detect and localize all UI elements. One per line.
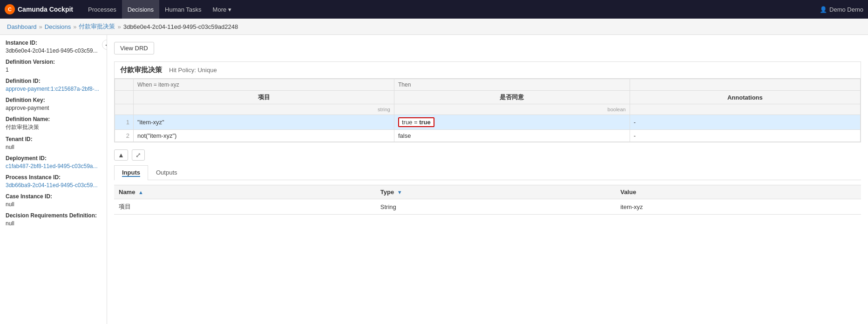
sidebar-value-deployment-id[interactable]: c1fab487-2bf8-11ed-9495-c03c59a...	[6, 163, 97, 169]
sidebar-label-definition-id: Definition ID:	[6, 78, 101, 84]
sidebar-value-tenant-id: null	[6, 144, 14, 150]
sidebar-value-definition-id[interactable]: approve-payment:1:c215687a-2bf8-...	[6, 86, 99, 92]
sidebar-value-definition-key: approve-payment	[6, 105, 49, 111]
content-area: View DRD 付款审批决策 Hit Policy: Unique When …	[107, 35, 868, 324]
sidebar-value-instance-id: 3db6e0e4-2c04-11ed-9495-c03c59...	[6, 47, 97, 54]
user-menu[interactable]: 👤 Demo Demo	[820, 6, 863, 13]
sidebar-value-process-instance-id[interactable]: 3db66ba9-2c04-11ed-9495-c03c59...	[6, 182, 97, 189]
brand-name: Camunda Cockpit	[18, 6, 73, 13]
dmn-th-when: When = item-xyz	[134, 79, 394, 91]
sidebar-label-decision-req-def: Decision Requirements Definition:	[6, 212, 101, 219]
hit-policy-value: Unique	[197, 67, 217, 74]
sidebar-label-process-instance-id: Process Instance ID:	[6, 174, 101, 181]
sidebar-field-instance-id: Instance ID: 3db6e0e4-2c04-11ed-9495-c03…	[6, 40, 101, 54]
io-tabs: Inputs Outputs	[114, 165, 861, 180]
sidebar-field-case-instance-id: Case Instance ID: null	[6, 193, 101, 208]
name-sort-arrow[interactable]: ▲	[138, 189, 143, 195]
top-navigation: C Camunda Cockpit Processes Decisions Hu…	[0, 0, 868, 19]
dmn-table-body: 1"item-xyz"true = true-2not("item-xyz")f…	[115, 115, 861, 142]
dmn-table: When = item-xyz Then 项目 是否同意 Annotations…	[115, 79, 861, 142]
dmn-th-item-type: string	[134, 104, 394, 115]
dmn-th-ann-empty	[630, 104, 860, 115]
sidebar-value-case-instance-id: null	[6, 201, 14, 208]
tab-outputs[interactable]: Outputs	[148, 165, 185, 180]
dmn-header-row-1: When = item-xyz Then	[115, 79, 861, 91]
hit-policy: Hit Policy: Unique	[169, 67, 217, 74]
breadcrumb-definition[interactable]: 付款审批决策	[79, 22, 115, 31]
dmn-cell-annotations: -	[630, 115, 860, 130]
sidebar-label-definition-version: Definition Version:	[6, 59, 101, 65]
breadcrumb-sep-2: »	[73, 23, 76, 30]
sidebar-field-definition-name: Definition Name: 付款审批决策	[6, 116, 101, 131]
dmn-match-indicator: true = true	[398, 117, 434, 127]
breadcrumb-sep-3: »	[117, 23, 121, 30]
user-icon: 👤	[820, 6, 827, 13]
expand-button[interactable]: ⤢	[132, 149, 145, 161]
dmn-row-number: 1	[115, 115, 134, 130]
dmn-th-num	[115, 79, 134, 91]
hit-policy-label: Hit Policy:	[169, 67, 196, 74]
sidebar-label-deployment-id: Deployment ID:	[6, 155, 101, 162]
decision-table-wrapper: 付款审批决策 Hit Policy: Unique When = item-xy…	[114, 61, 861, 142]
io-th-value: Value	[616, 185, 861, 199]
dmn-cell-then: false	[394, 130, 630, 142]
breadcrumb-sep-1: »	[39, 23, 42, 30]
dmn-header-row-3: string boolean	[115, 104, 861, 115]
dmn-th-num-3	[115, 104, 134, 115]
dmn-row-number: 2	[115, 130, 134, 142]
dmn-th-agree-type: boolean	[394, 104, 630, 115]
breadcrumb-decisions[interactable]: Decisions	[45, 23, 71, 30]
dmn-cell-when: not("item-xyz")	[134, 130, 394, 142]
scroll-up-button[interactable]: ▲	[114, 149, 128, 161]
dmn-cell-then: true = true	[394, 115, 630, 130]
dmn-cell-annotations: -	[630, 130, 860, 142]
sidebar-collapse-button[interactable]: ◀	[102, 40, 107, 50]
io-cell-value: item-xyz	[616, 199, 861, 215]
io-table-body: 项目Stringitem-xyz	[114, 199, 861, 215]
io-table: Name ▲ Type ▼ Value 项目Stringitem-xyz	[114, 185, 861, 215]
sidebar-label-definition-name: Definition Name:	[6, 116, 101, 122]
io-th-name: Name ▲	[114, 185, 376, 199]
sidebar-label-instance-id: Instance ID:	[6, 40, 101, 46]
dmn-cell-when: "item-xyz"	[134, 115, 394, 130]
dmn-header-row-2: 项目 是否同意 Annotations	[115, 91, 861, 104]
io-th-type: Type ▼	[376, 185, 616, 199]
controls-row: ▲ ⤢	[114, 149, 861, 161]
sidebar-field-definition-key: Definition Key: approve-payment	[6, 97, 101, 111]
dmn-th-then: Then	[394, 79, 630, 91]
nav-item-more[interactable]: More ▾	[207, 0, 237, 19]
view-drd-button[interactable]: View DRD	[114, 42, 154, 54]
dmn-th-num-2	[115, 91, 134, 104]
main-layout: ◀ Instance ID: 3db6e0e4-2c04-11ed-9495-c…	[0, 35, 868, 324]
breadcrumb-instance-id: 3db6e0e4-2c04-11ed-9495-c03c59ad2248	[123, 23, 238, 30]
sidebar-field-process-instance-id: Process Instance ID: 3db66ba9-2c04-11ed-…	[6, 174, 101, 189]
tab-inputs[interactable]: Inputs	[114, 165, 148, 180]
dmn-table-row: 2not("item-xyz")false-	[115, 130, 861, 142]
sidebar-field-definition-version: Definition Version: 1	[6, 59, 101, 73]
dmn-table-row: 1"item-xyz"true = true-	[115, 115, 861, 130]
sidebar-label-definition-key: Definition Key:	[6, 97, 101, 103]
sidebar-field-decision-req-def: Decision Requirements Definition: null	[6, 212, 101, 227]
brand: C Camunda Cockpit	[5, 4, 73, 14]
sidebar-field-deployment-id: Deployment ID: c1fab487-2bf8-11ed-9495-c…	[6, 155, 101, 169]
nav-item-processes[interactable]: Processes	[82, 0, 122, 19]
sidebar-label-case-instance-id: Case Instance ID:	[6, 193, 101, 200]
sidebar-field-tenant-id: Tenant ID: null	[6, 136, 101, 150]
user-name: Demo Demo	[829, 6, 863, 13]
sidebar-value-definition-name: 付款审批决策	[6, 124, 39, 130]
sidebar: ◀ Instance ID: 3db6e0e4-2c04-11ed-9495-c…	[0, 35, 107, 324]
breadcrumb: Dashboard » Decisions » 付款审批决策 » 3db6e0e…	[0, 19, 868, 35]
sidebar-value-definition-version: 1	[6, 67, 9, 73]
dmn-th-annotations-empty	[630, 79, 860, 91]
dmn-th-item: 项目	[134, 91, 394, 104]
dmn-th-annotations: Annotations	[630, 91, 860, 104]
table-title: 付款审批决策	[120, 66, 162, 74]
sidebar-value-decision-req-def: null	[6, 220, 14, 227]
sidebar-label-tenant-id: Tenant ID:	[6, 136, 101, 142]
io-cell-type: String	[376, 199, 616, 215]
breadcrumb-dashboard[interactable]: Dashboard	[7, 23, 37, 30]
nav-item-human-tasks[interactable]: Human Tasks	[159, 0, 207, 19]
type-sort-arrow[interactable]: ▼	[397, 189, 402, 195]
nav-item-decisions[interactable]: Decisions	[122, 0, 159, 19]
io-table-row: 项目Stringitem-xyz	[114, 199, 861, 215]
